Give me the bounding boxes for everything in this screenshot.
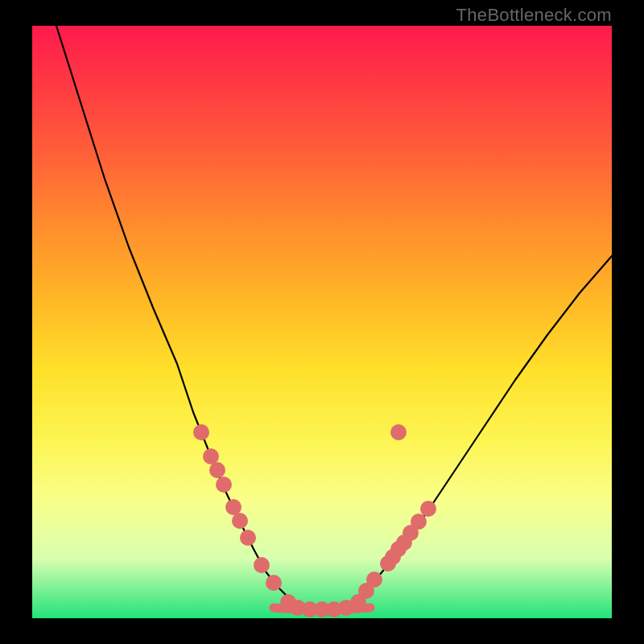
data-marker [396, 535, 412, 551]
plot-area [32, 26, 612, 618]
data-marker [420, 501, 436, 517]
series-left-curve [56, 26, 298, 605]
curve-layer [32, 26, 612, 618]
curve-group [56, 26, 612, 609]
data-marker [385, 549, 401, 565]
data-marker [203, 448, 219, 464]
data-marker [266, 575, 282, 591]
data-marker [216, 477, 232, 493]
data-marker [411, 514, 427, 530]
data-marker [209, 462, 225, 478]
data-marker [225, 499, 242, 515]
marker-group [193, 424, 436, 617]
data-marker [390, 424, 407, 440]
data-marker [240, 530, 256, 546]
data-marker [366, 572, 382, 588]
data-marker [193, 424, 209, 440]
data-marker [232, 513, 248, 529]
watermark-text: TheBottleneck.com [456, 5, 612, 26]
chart-stage: TheBottleneck.com [0, 0, 644, 644]
data-marker [254, 557, 270, 573]
